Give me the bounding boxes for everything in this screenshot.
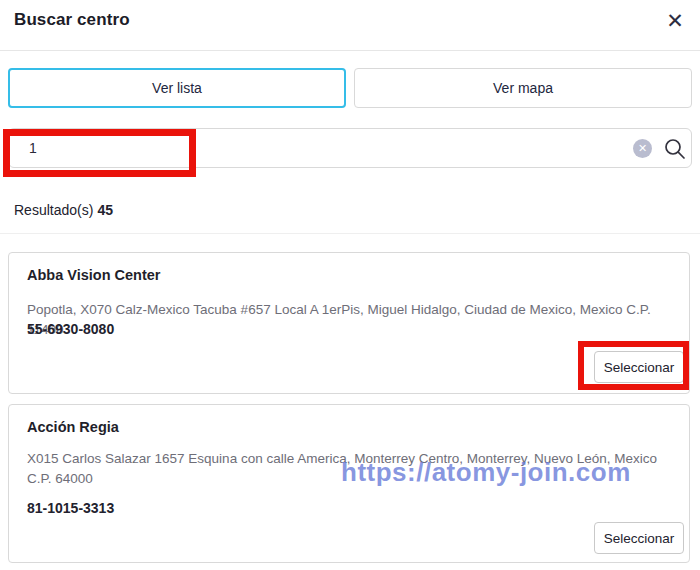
results-count: 45 <box>97 202 113 218</box>
tab-ver-lista-label: Ver lista <box>152 80 202 96</box>
results-count-line: Resultado(s)45 <box>14 202 113 218</box>
close-icon: ✕ <box>666 9 684 33</box>
search-input[interactable] <box>21 130 581 166</box>
tab-ver-mapa-label: Ver mapa <box>493 80 553 96</box>
seleccionar-button[interactable]: Seleccionar <box>594 522 684 554</box>
center-address: Popotla, X070 Calz-Mexico Tacuba #657 Lo… <box>27 300 675 340</box>
clear-search-icon[interactable]: ✕ <box>633 139 652 158</box>
search-box: ✕ <box>8 128 692 168</box>
center-name: Abba Vision Center <box>27 267 160 283</box>
page-title: Buscar centro <box>14 10 130 30</box>
buscar-centro-modal: Buscar centro ✕ Ver lista Ver mapa ✕ Res… <box>0 0 700 570</box>
center-name: Acción Regia <box>27 419 119 435</box>
header-divider <box>0 50 700 51</box>
seleccionar-button[interactable]: Seleccionar <box>594 351 684 383</box>
close-button[interactable]: ✕ <box>660 6 690 36</box>
search-icon[interactable] <box>663 137 687 161</box>
tab-ver-lista[interactable]: Ver lista <box>8 68 346 108</box>
results-label: Resultado(s) <box>14 202 93 218</box>
center-card-accion-regia: Acción Regia X015 Carlos Salazar 1657 Es… <box>8 404 690 563</box>
results-divider <box>0 233 700 234</box>
clear-glyph: ✕ <box>638 143 647 154</box>
center-phone: 81-1015-3313 <box>27 500 114 516</box>
center-card-abba-vision: Abba Vision Center Popotla, X070 Calz-Me… <box>8 252 690 394</box>
center-phone: 55-6930-8080 <box>27 321 114 337</box>
tab-ver-mapa[interactable]: Ver mapa <box>354 68 692 108</box>
center-address: X015 Carlos Salazar 1657 Esquina con cal… <box>27 449 663 489</box>
